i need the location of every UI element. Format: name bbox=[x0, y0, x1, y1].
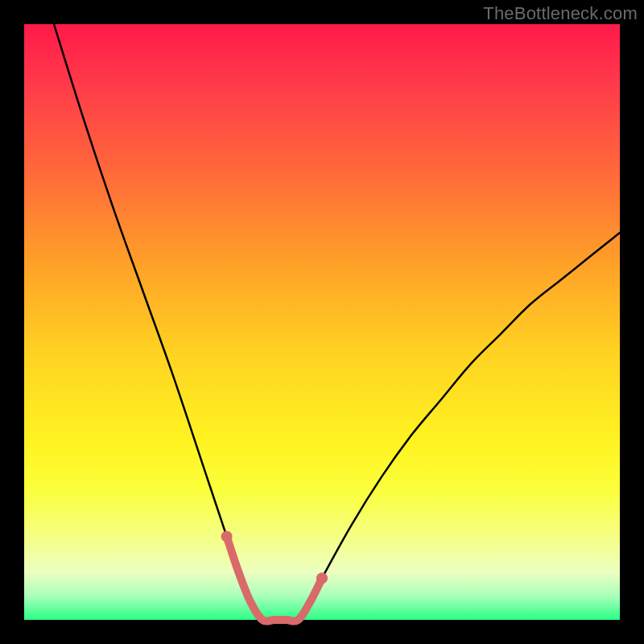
curve-svg bbox=[24, 24, 620, 620]
bottleneck-curve bbox=[54, 24, 620, 621]
watermark-text: TheBottleneck.com bbox=[483, 3, 638, 24]
optimal-range-marker bbox=[227, 536, 322, 621]
chart-frame: TheBottleneck.com bbox=[0, 0, 644, 644]
marker-end-dot bbox=[316, 572, 328, 584]
marker-end-dot bbox=[221, 530, 233, 542]
plot-area bbox=[24, 24, 620, 620]
